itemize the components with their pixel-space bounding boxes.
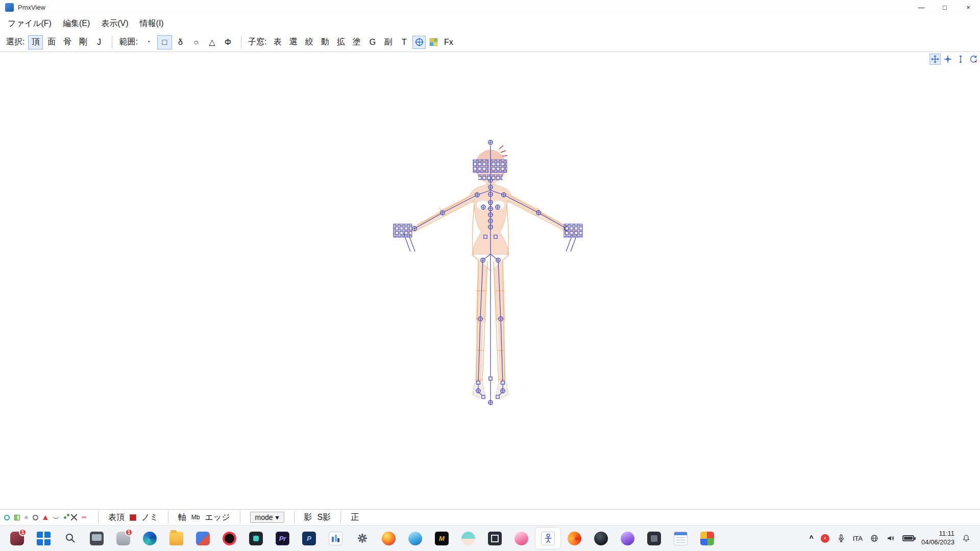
volume-icon[interactable] — [886, 534, 895, 543]
menu-info[interactable]: 情報(I) — [134, 16, 169, 31]
microphone-icon[interactable] — [837, 534, 846, 543]
select-joint-button[interactable]: J — [91, 35, 106, 49]
edge-toggle[interactable]: エッジ — [205, 512, 230, 523]
menu-edit[interactable]: 編集(E) — [57, 16, 95, 31]
miku-app-icon[interactable] — [455, 527, 481, 549]
mail-app-icon[interactable]: 1 — [4, 527, 30, 549]
chart-app-icon[interactable] — [323, 527, 349, 549]
view-pan-icon[interactable] — [929, 54, 941, 65]
normal-display-toggle[interactable]: ノミ — [141, 512, 158, 523]
select-vertex-button[interactable]: 頂 — [28, 35, 43, 49]
m-app-icon[interactable]: M — [429, 527, 455, 549]
subwin-select-button[interactable]: 選 — [286, 35, 301, 49]
opera-icon[interactable] — [216, 527, 242, 549]
axis-toggle[interactable]: 軸 — [178, 512, 186, 523]
code-app-icon[interactable] — [243, 527, 269, 549]
monitor-app-icon[interactable] — [84, 527, 110, 549]
anime-pink-app-icon[interactable] — [508, 527, 534, 549]
range-triangle-button[interactable]: △ — [205, 35, 219, 49]
p-app-icon[interactable]: P — [296, 527, 322, 549]
self-shadow-toggle[interactable]: S影 — [317, 512, 331, 523]
pmx-editor-icon[interactable] — [535, 527, 561, 549]
paint-app-icon[interactable] — [190, 527, 216, 549]
ring-toggle-icon[interactable] — [33, 515, 38, 520]
menu-view[interactable]: 表示(V) — [95, 16, 134, 31]
files-app-icon[interactable]: 1 — [110, 527, 136, 549]
subwin-paint-button[interactable]: 塗 — [349, 35, 364, 49]
premiere-icon[interactable]: Pr — [270, 527, 296, 549]
recording-stop-icon[interactable]: × — [821, 534, 829, 543]
mb-toggle[interactable]: Mb — [191, 514, 200, 521]
subwin-filter-button[interactable]: 絞 — [302, 35, 316, 49]
swirl-logo-icon — [568, 532, 581, 545]
search-button[interactable] — [57, 527, 83, 549]
gizmo-toggle-icon[interactable] — [412, 36, 426, 49]
teal-logo-icon — [408, 532, 422, 545]
view-rotate-icon[interactable] — [968, 54, 979, 65]
notepad-icon[interactable] — [668, 527, 694, 549]
maximize-button[interactable]: □ — [933, 0, 957, 15]
file-explorer-icon[interactable] — [163, 527, 189, 549]
notification-bell-icon[interactable] — [962, 534, 971, 543]
material-color-chip[interactable] — [130, 514, 136, 521]
range-point-button[interactable]: ・ — [141, 35, 156, 49]
teal-app-icon[interactable] — [402, 527, 428, 549]
cross-toggle-icon[interactable] — [71, 514, 77, 520]
view-move-icon[interactable] — [942, 54, 953, 65]
menu-bar: ファイル(F) 編集(E) 表示(V) 情報(I) — [0, 15, 980, 33]
minimize-button[interactable]: — — [910, 0, 933, 15]
menu-file[interactable]: ファイル(F) — [2, 16, 57, 31]
select-face-button[interactable]: 面 — [44, 35, 59, 49]
pink-logo-icon — [514, 532, 528, 545]
range-phi-button[interactable]: Φ — [220, 35, 235, 49]
tick-toggle-icon[interactable] — [82, 516, 86, 518]
range-circle-button[interactable]: ○ — [189, 35, 204, 49]
subwin-expand-button[interactable]: 拡 — [333, 35, 348, 49]
subwin-g-button[interactable]: G — [365, 35, 380, 49]
bottombar-separator — [340, 511, 341, 523]
grid-toggle-icon[interactable] — [14, 515, 20, 520]
cube-app-icon[interactable] — [482, 527, 508, 549]
range-delta-button[interactable]: δ — [173, 35, 188, 49]
arc-toggle-icon[interactable] — [53, 516, 59, 519]
dark-app-icon[interactable] — [641, 527, 667, 549]
range-rect-button[interactable]: □ — [157, 35, 172, 49]
vertex-ring-toggle-icon[interactable] — [4, 515, 10, 520]
swirl-app-icon[interactable] — [561, 527, 587, 549]
subwin-sub-button[interactable]: 副 — [381, 35, 396, 49]
front-view-toggle[interactable]: 正 — [351, 512, 359, 523]
select-bone-button[interactable]: 骨 — [60, 35, 75, 49]
shadow-toggle[interactable]: 影 — [304, 512, 312, 523]
viewport-3d[interactable] — [0, 52, 980, 509]
battery-icon[interactable] — [902, 535, 914, 541]
network-globe-icon[interactable] — [870, 534, 879, 543]
clock[interactable]: 11:11 04/06/2023 — [921, 530, 954, 547]
select-rigid-button[interactable]: 剛 — [76, 35, 90, 49]
vertex-display-toggle[interactable]: 表頂 — [108, 512, 125, 523]
premiere-logo-icon: Pr — [276, 532, 289, 545]
settings-icon[interactable] — [349, 527, 375, 549]
view-zoom-icon[interactable] — [955, 54, 966, 65]
close-button[interactable]: × — [957, 0, 980, 15]
cube-icon — [488, 532, 502, 545]
grid-view-icon[interactable] — [427, 36, 440, 49]
fx-button[interactable]: Fx — [441, 35, 456, 49]
dark-logo-icon — [647, 532, 661, 545]
subwin-t-button[interactable]: T — [397, 35, 411, 49]
dots-toggle-icon[interactable] — [64, 516, 66, 519]
dark-round-app-icon[interactable] — [588, 527, 614, 549]
anime-purple-app-icon[interactable] — [615, 527, 641, 549]
tray-chevron-icon[interactable]: ^ — [809, 534, 813, 542]
viewport-tools — [929, 54, 979, 65]
subwin-list-button[interactable]: 表 — [270, 35, 285, 49]
triangle-toggle-icon[interactable] — [43, 515, 48, 520]
bottombar-separator — [240, 511, 240, 523]
firefox-icon[interactable] — [376, 527, 402, 549]
edge-icon[interactable] — [137, 527, 163, 549]
dot-toggle-icon[interactable] — [24, 516, 28, 519]
language-indicator[interactable]: ITA — [853, 535, 863, 542]
mode-dropdown[interactable]: mode ▾ — [250, 512, 284, 523]
pixel-grid-app-icon[interactable] — [694, 527, 720, 549]
subwin-motion-button[interactable]: 動 — [317, 35, 332, 49]
start-button[interactable] — [31, 527, 57, 549]
